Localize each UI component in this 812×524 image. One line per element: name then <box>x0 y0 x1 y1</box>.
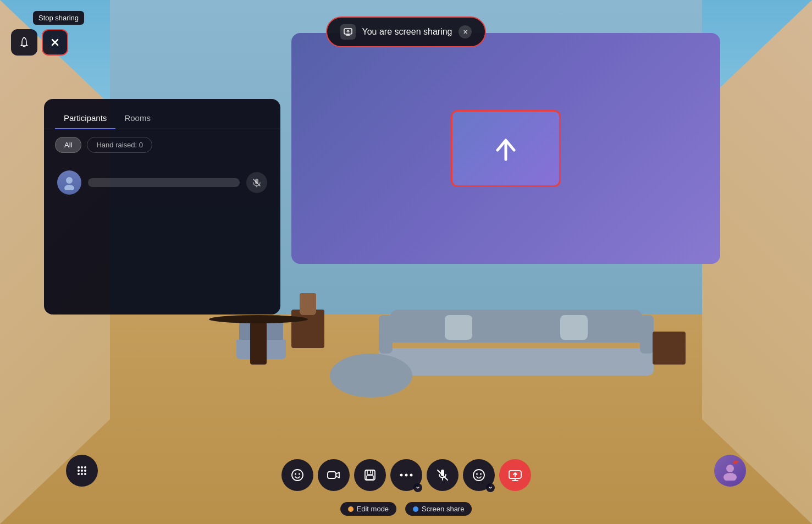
svg-point-35 <box>723 473 737 481</box>
main-screen <box>291 33 720 264</box>
svg-rect-22 <box>367 476 373 479</box>
participant-item <box>53 165 272 200</box>
emoji-button[interactable] <box>281 459 313 491</box>
coffee-table-top <box>209 315 308 323</box>
screen-share-dot <box>413 506 418 512</box>
svg-rect-19 <box>328 472 336 478</box>
user-avatar-button[interactable] <box>714 455 746 487</box>
coffee-table <box>209 315 308 365</box>
panel-tabs: Participants Rooms <box>44 99 280 129</box>
svg-point-14 <box>81 473 83 475</box>
banner-close-icon: × <box>463 27 467 36</box>
side-table-right <box>653 332 686 365</box>
screen-share-label: Screen share <box>422 505 464 513</box>
filter-hand-raised-button[interactable]: Hand raised: 0 <box>87 137 152 153</box>
svg-point-30 <box>476 473 478 475</box>
svg-point-10 <box>78 470 80 472</box>
participant-name-blur <box>88 178 240 187</box>
svg-point-13 <box>78 473 80 475</box>
stop-sharing-button[interactable] <box>42 29 68 56</box>
filter-all-button[interactable]: All <box>55 137 81 153</box>
stop-sharing-tooltip: Stop sharing <box>33 11 84 25</box>
svg-point-11 <box>81 470 83 472</box>
edit-mode-label: Edit mode <box>357 505 389 513</box>
mute-button[interactable] <box>427 459 459 491</box>
svg-point-15 <box>84 473 86 475</box>
svg-point-4 <box>64 185 74 190</box>
svg-point-17 <box>295 473 296 475</box>
screen-share-pill: Screen share <box>405 502 472 516</box>
ottoman <box>330 354 412 398</box>
vase <box>300 293 316 315</box>
banner-text: You are screen sharing <box>362 27 452 37</box>
grid-button[interactable] <box>66 455 98 487</box>
sofa-seat <box>379 348 654 376</box>
screen-share-preview <box>451 110 561 187</box>
participant-avatar <box>57 170 81 195</box>
bell-button[interactable] <box>11 29 37 56</box>
participants-panel: Participants Rooms All Hand raised: 0 <box>44 99 280 315</box>
sofa-arm-right <box>640 315 654 354</box>
svg-point-25 <box>405 474 407 477</box>
svg-point-12 <box>84 470 86 472</box>
svg-point-18 <box>299 473 300 475</box>
screen-sharing-banner: You are screen sharing × <box>326 16 487 47</box>
edit-mode-pill: Edit mode <box>340 502 397 516</box>
svg-point-26 <box>410 474 412 477</box>
avatar-icon <box>57 170 81 195</box>
top-left-controls: Stop sharing <box>11 11 84 56</box>
svg-point-3 <box>66 177 73 184</box>
reaction-chevron-icon <box>486 483 495 492</box>
upload-arrow-icon <box>487 129 525 168</box>
sofa-back <box>390 310 643 343</box>
tab-participants[interactable]: Participants <box>55 108 115 129</box>
reaction-area <box>463 459 495 491</box>
save-button[interactable] <box>354 459 386 491</box>
svg-point-29 <box>473 470 484 481</box>
sofa-arm-left <box>379 315 393 354</box>
screen-share-button[interactable] <box>499 459 531 491</box>
banner-screen-icon <box>340 24 356 40</box>
svg-point-8 <box>81 466 83 468</box>
more-options-area <box>390 459 422 491</box>
video-button[interactable] <box>318 459 350 491</box>
top-button-row <box>11 29 68 56</box>
more-chevron-icon <box>413 483 422 492</box>
svg-point-9 <box>84 466 86 468</box>
edit-mode-dot <box>348 506 353 512</box>
svg-point-16 <box>292 470 303 481</box>
bottom-toolbar <box>281 459 531 491</box>
sofa <box>379 310 654 376</box>
participants-list <box>44 161 280 315</box>
sofa-pillow-left <box>445 315 472 340</box>
tab-rooms[interactable]: Rooms <box>115 108 159 129</box>
panel-filters: All Hand raised: 0 <box>44 129 280 161</box>
coffee-table-leg <box>250 321 267 365</box>
svg-rect-34 <box>732 461 738 465</box>
svg-point-31 <box>480 473 482 475</box>
svg-rect-21 <box>367 470 373 475</box>
banner-close-button[interactable]: × <box>459 25 472 38</box>
svg-point-24 <box>400 474 402 477</box>
svg-point-33 <box>726 465 734 472</box>
sofa-pillow-right <box>560 315 588 340</box>
svg-point-7 <box>78 466 80 468</box>
bottom-status-bar: Edit mode Screen share <box>340 502 472 516</box>
participant-mute-icon <box>246 172 267 193</box>
